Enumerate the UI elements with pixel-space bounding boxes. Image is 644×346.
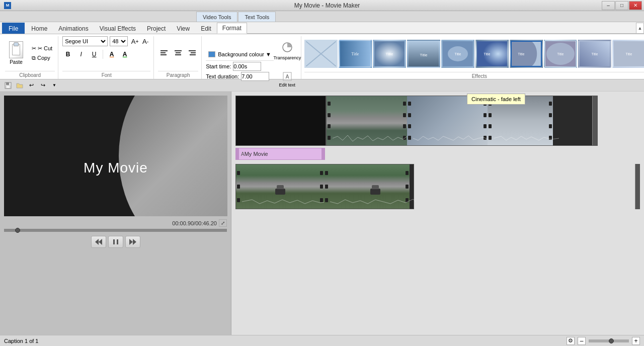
time-display: 00:00.90/00:46.20 xyxy=(172,220,217,226)
tab-animations[interactable]: Animations xyxy=(53,23,94,34)
fullscreen-button[interactable]: ⤢ xyxy=(219,219,227,227)
audio-waveform-4 xyxy=(242,197,330,207)
align-left-button[interactable] xyxy=(158,48,170,58)
audio-waveform-1 xyxy=(333,133,413,143)
video-segment-5[interactable] xyxy=(324,164,410,209)
pause-button[interactable] xyxy=(108,236,123,248)
close-button[interactable]: ✕ xyxy=(629,1,642,10)
preview-controls: 00:00.90/00:46.20 ⤢ xyxy=(4,219,227,248)
font-group: Segoe UI 48 A+ A- B I U A A xyxy=(59,36,154,79)
clipboard-label: Clipboard xyxy=(5,71,55,78)
svg-text:Title: Title xyxy=(351,52,359,56)
effect-9[interactable]: Title xyxy=(612,40,644,68)
effect-7[interactable]: Title xyxy=(544,40,577,68)
qa-save-button[interactable] xyxy=(3,81,13,90)
rewind-button[interactable] xyxy=(91,236,106,248)
effect-8[interactable]: Title xyxy=(578,40,611,68)
status-settings-button[interactable]: ⚙ xyxy=(567,337,575,345)
video-segment-4[interactable] xyxy=(236,164,324,209)
italic-button[interactable]: I xyxy=(75,49,87,59)
text-duration-input[interactable] xyxy=(241,72,269,81)
effect-3[interactable]: Title xyxy=(407,40,440,68)
title-bar: M My Movie - Movie Maker – □ ✕ xyxy=(0,0,644,11)
clipboard-group: Paste ✂ ✂ Cut ⧉ Copy Clipboard xyxy=(2,36,58,79)
tab-edit[interactable]: Edit xyxy=(195,23,217,34)
text-clip[interactable]: A My Movie xyxy=(235,148,325,160)
tab-format[interactable]: Format xyxy=(217,23,247,34)
svg-text:A: A xyxy=(286,74,289,79)
svg-rect-8 xyxy=(190,54,196,55)
svg-rect-1 xyxy=(160,52,166,53)
text-clip-handle-left[interactable] xyxy=(236,148,239,159)
context-tab-video[interactable]: Video Tools xyxy=(196,12,237,22)
svg-rect-43 xyxy=(113,239,115,244)
preview-screen: My Movie xyxy=(4,96,227,216)
video-segment-3[interactable] xyxy=(488,96,553,145)
qa-dropdown-button[interactable]: ▼ xyxy=(49,81,59,90)
start-time-input[interactable] xyxy=(233,62,261,71)
tab-visual-effects[interactable]: Visual Effects xyxy=(94,23,141,34)
effect-5[interactable]: Title xyxy=(475,40,509,68)
text-clip-handle-right[interactable] xyxy=(321,148,325,159)
minimize-button[interactable]: – xyxy=(602,1,615,10)
underline-button[interactable]: U xyxy=(89,49,100,59)
font-grow-button[interactable]: A+ xyxy=(130,36,140,46)
tab-home[interactable]: Home xyxy=(26,23,53,34)
effect-2[interactable]: Title xyxy=(373,40,406,68)
context-tab-text[interactable]: Text Tools xyxy=(238,12,276,22)
svg-rect-5 xyxy=(175,54,181,55)
paragraph-label: Paragraph xyxy=(158,71,198,78)
edit-text-button[interactable]: A Edit text xyxy=(277,65,298,94)
align-center-button[interactable] xyxy=(172,48,184,58)
track-2-end-handle[interactable] xyxy=(635,164,640,209)
effect-6[interactable]: Title xyxy=(510,40,543,68)
svg-text:Title: Title xyxy=(591,52,598,56)
svg-text:Title: Title xyxy=(385,52,393,56)
effect-4[interactable]: Title xyxy=(441,40,474,68)
qa-undo-button[interactable]: ↩ xyxy=(26,81,36,90)
effect-none[interactable] xyxy=(304,40,338,68)
zoom-out-button[interactable]: – xyxy=(578,337,586,345)
font-size-select[interactable]: 48 xyxy=(110,36,128,46)
effect-1[interactable]: Title xyxy=(339,40,372,68)
svg-text:Title: Title xyxy=(557,52,564,56)
video-segment-black[interactable] xyxy=(236,96,327,145)
audio-waveform-2 xyxy=(413,133,494,143)
ribbon: Paste ✂ ✂ Cut ⧉ Copy Clipboard Segoe UI xyxy=(0,34,644,79)
align-right-button[interactable] xyxy=(186,48,198,58)
qa-open-button[interactable] xyxy=(15,81,25,90)
track-end-handle[interactable] xyxy=(592,96,597,145)
fast-forward-button[interactable] xyxy=(125,236,140,248)
ribbon-tab-bar: File Home Animations Visual Effects Proj… xyxy=(0,22,644,34)
transparency-button[interactable]: Transparency xyxy=(277,36,298,64)
bold-button[interactable]: B xyxy=(62,49,73,59)
tab-file[interactable]: File xyxy=(2,23,25,34)
video-segment-2[interactable] xyxy=(407,96,488,145)
video-segment-1[interactable] xyxy=(327,96,407,145)
qa-redo-button[interactable]: ↪ xyxy=(38,81,48,90)
svg-marker-41 xyxy=(95,239,99,245)
color-swatch xyxy=(208,51,215,57)
font-shrink-button[interactable]: A- xyxy=(140,36,150,46)
tab-project[interactable]: Project xyxy=(141,23,171,34)
text-track: A My Movie xyxy=(235,148,640,160)
svg-rect-39 xyxy=(6,82,9,85)
progress-bar[interactable] xyxy=(4,229,227,232)
zoom-slider[interactable] xyxy=(589,339,629,342)
copy-button[interactable]: ⧉ Copy xyxy=(29,54,55,62)
svg-rect-2 xyxy=(160,54,167,55)
tab-view[interactable]: View xyxy=(171,23,195,34)
font-color2-button[interactable]: A xyxy=(119,49,130,59)
progress-thumb[interactable] xyxy=(15,228,20,233)
paste-button[interactable]: Paste xyxy=(5,39,27,67)
background-color-button[interactable]: Background colour ▼ xyxy=(206,49,274,59)
svg-rect-4 xyxy=(176,52,181,53)
maximize-button[interactable]: □ xyxy=(615,1,628,10)
svg-rect-44 xyxy=(117,239,118,244)
font-color-button[interactable]: A xyxy=(106,49,117,59)
zoom-thumb[interactable] xyxy=(609,338,614,343)
cut-button[interactable]: ✂ ✂ Cut xyxy=(29,44,55,53)
font-name-select[interactable]: Segoe UI xyxy=(62,36,108,46)
zoom-in-button[interactable]: + xyxy=(632,337,640,345)
scissors-icon: ✂ xyxy=(32,45,36,52)
